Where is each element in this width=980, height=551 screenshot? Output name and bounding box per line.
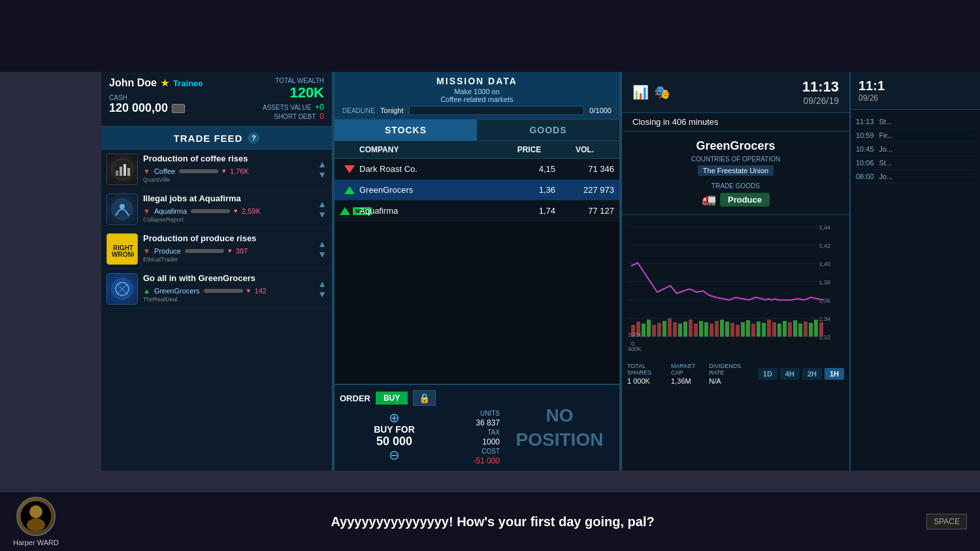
table-row[interactable]: NEW Aquafirma 1,74 77 127 [335,201,619,222]
heart-icon-3: ♥ [228,247,232,254]
svg-text:1,34: 1,34 [819,316,830,322]
timeframe-4h[interactable]: 4H [780,368,800,380]
order-details: UNITS 36 837 TAX 1000 COST -51 000 [454,390,500,465]
svg-rect-55 [772,322,776,337]
svg-rect-39 [689,320,693,337]
tabs-row: STOCKS GOODS [335,120,619,141]
list-item: 10:45 Jo... [856,142,975,156]
svg-rect-35 [668,318,672,337]
clock-icons: 📊 🎭 [632,84,670,100]
timeframe-1h[interactable]: 1H [825,368,844,380]
upvote-btn-3[interactable]: ▲ [318,239,327,248]
progress-text: 0/1000 [589,107,612,114]
upvote-btn-1[interactable]: ▲ [318,159,327,169]
order-down-button[interactable]: ⊖ [389,448,400,461]
trade-headline-2: Illegal jobs at Aquafirma [143,193,312,205]
logo-inner [107,154,137,184]
list-item[interactable]: Production of coffee rises ▼ Coffee ♥ 1,… [101,150,332,190]
svg-text:0: 0 [631,341,634,347]
trade-details-1: ▼ Coffee ♥ 1,76K [143,167,312,175]
activity-time-4: 10:06 [856,159,874,167]
far-right-panel: 11:1 09/26 11:13 St... 10:59 Fir... 10:4… [849,72,980,471]
timeframe-1d[interactable]: 1D [758,368,777,380]
wealth-section: TOTAL WEALTH 120K ASSETS VALUE +0 SHORT … [263,77,324,121]
list-item: 11:13 St... [856,115,975,129]
right-panel: 📊 🎭 11:13 09/26/19 Closing in 406 minute… [621,72,849,471]
upvote-btn-4[interactable]: ▲ [318,279,327,288]
debt-row: SHORT DEBT 0 [263,112,324,121]
activity-list: 11:13 St... 10:59 Fir... 10:45 Jo... 10:… [851,110,980,189]
tab-stocks[interactable]: STOCKS [335,120,477,141]
avatar-name: Harper WARD [13,539,59,546]
downvote-btn-4[interactable]: ▼ [318,290,327,299]
trade-actions-1: ▲ ▼ [318,154,327,185]
list-item[interactable]: Illegal jobs at Aquafirma ▼ Aquafirma ♥ … [101,190,332,229]
svg-rect-54 [767,320,771,337]
buy-button[interactable]: BUY [376,392,408,405]
heart-icon-1: ♥ [222,167,226,175]
stock-trend-down [340,165,359,173]
stock-vol-3: 77 127 [555,206,614,216]
table-row[interactable]: Dark Roast Co. 4,15 71 346 [335,159,619,180]
svg-rect-45 [720,320,724,337]
trade-logo-realdeal [106,273,138,305]
total-wealth-value: 120K [263,84,324,101]
stock-trend-up-new: NEW [340,207,359,215]
activity-desc-3: Jo... [879,145,893,153]
activity-time-1: 11:13 [856,118,874,125]
stock-table-header: COMPANY PRICE VOL. [335,141,619,159]
mask-icon: 🎭 [654,84,670,100]
tab-goods[interactable]: GOODS [477,120,619,141]
no-position-text: NOPOSITION [516,404,604,452]
stock-name-2: GreenGrocers [359,185,503,195]
list-item[interactable]: RIGHT WRONG Production of produce rises … [101,229,332,269]
timeframe-2h[interactable]: 2H [802,368,822,380]
help-icon[interactable]: ? [248,132,259,144]
logo-inner-4 [107,274,137,304]
activity-desc-5: Jo... [879,173,893,180]
downvote-btn-1[interactable]: ▼ [318,170,327,179]
company-country: The Freestate Union [698,165,774,176]
logo-inner-3: RIGHT WRONG [107,234,137,264]
chart-timeframes: 1D 4H 2H 1H [758,368,844,380]
svg-text:400K: 400K [628,346,642,352]
units-label: UNITS [454,410,500,417]
upvote-btn-2[interactable]: ▲ [318,199,327,209]
svg-rect-40 [694,324,698,337]
trade-logo-ethical: RIGHT WRONG [106,233,138,265]
order-header-row: ORDER BUY 🔒 [340,390,449,406]
order-up-button[interactable]: ⊕ [389,411,400,424]
tax-value: 1000 [454,437,500,446]
player-info: John Doe ★ Trainee CASH 120 000,00 [109,77,203,115]
trade-headline-4: Go all in with GreenGrocers [143,273,312,284]
cash-label: CASH [109,94,203,101]
produce-text: Produce [720,193,770,207]
downvote-btn-2[interactable]: ▼ [318,210,327,219]
trade-ticker-3: Produce [154,247,181,255]
downvote-btn-3[interactable]: ▼ [318,250,327,259]
list-item[interactable]: Go all in with GreenGrocers ▲ GreenGroce… [101,269,332,309]
order-buy-for-value: 50 000 [376,435,412,448]
order-left: ORDER BUY 🔒 ⊕ BUY FOR 50 000 ⊖ [340,390,449,465]
svg-rect-60 [798,324,802,337]
svg-rect-42 [704,322,708,337]
svg-rect-43 [710,324,713,337]
svg-point-70 [27,518,45,531]
svg-rect-53 [762,323,766,337]
dividends-value: N/A [709,377,758,385]
far-right-date: 09/26 [858,93,972,103]
table-row[interactable]: GreenGrocers 1,36 227 973 [335,180,619,201]
dividends-label: DIVIDENDS RATE [709,363,758,376]
company-info: GreenGrocers COUNTRIES OF OPERATION The … [622,131,849,215]
space-button[interactable]: SPACE [926,514,967,529]
top-bar [0,0,980,72]
svg-text:1,44: 1,44 [819,224,830,231]
trend-down-icon-3: ▼ [143,247,150,255]
col-header-vol: VOL. [555,145,614,154]
trade-source-4: TheRealDeal [143,296,312,303]
stock-chart: 1,44 1,42 1,40 1,38 1,36 1,34 1,32 [627,220,844,358]
player-name: John Doe [109,77,157,89]
lock-button[interactable]: 🔒 [413,390,436,406]
col-header-price: PRICE [503,145,555,154]
svg-text:1,38: 1,38 [819,279,830,286]
